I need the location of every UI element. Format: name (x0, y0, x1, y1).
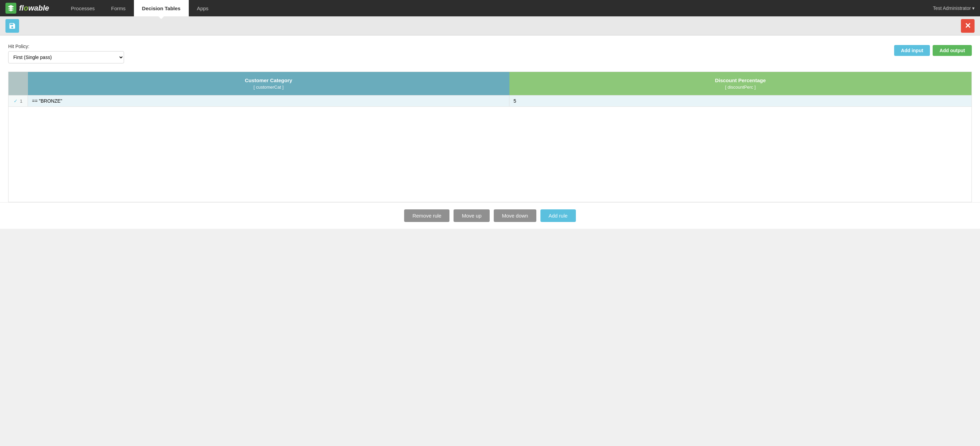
col-input-header[interactable]: Customer Category [ customerCat ] (28, 72, 509, 96)
cell-number-td: ✓ 1 (8, 96, 28, 107)
add-buttons: Add input Add output (894, 44, 972, 56)
move-down-button[interactable]: Move down (494, 209, 536, 222)
logo-icon (5, 3, 16, 14)
nav-decision-tables[interactable]: Decision Tables (134, 0, 189, 16)
decision-table-wrapper: Customer Category [ customerCat ] Discou… (8, 72, 972, 202)
toolbar-left (5, 19, 19, 33)
save-button[interactable] (5, 19, 19, 33)
cell-output-td[interactable] (509, 96, 972, 107)
col-number-header (8, 72, 28, 96)
bottom-bar: Remove rule Move up Move down Add rule (0, 202, 980, 229)
toolbar-right: ✕ (961, 19, 975, 33)
logo: flowable (5, 3, 49, 14)
nav-forms[interactable]: Forms (103, 0, 134, 16)
col-output-subtitle: [ discountPerc ] (514, 84, 968, 90)
toolbar: ✕ (0, 16, 980, 35)
add-output-button[interactable]: Add output (932, 45, 972, 56)
cell-input-field[interactable] (28, 96, 509, 107)
add-input-button[interactable]: Add input (894, 45, 930, 56)
table-row[interactable]: ✓ 1 (8, 96, 972, 107)
close-button[interactable]: ✕ (961, 19, 975, 33)
col-output-header[interactable]: Discount Percentage [ discountPerc ] (509, 72, 972, 96)
navbar: flowable Processes Forms Decision Tables… (0, 0, 980, 16)
table-empty-area (8, 107, 972, 202)
logo-text: flowable (19, 4, 49, 13)
table-header-row: Customer Category [ customerCat ] Discou… (8, 72, 972, 96)
col-input-subtitle: [ customerCat ] (32, 84, 505, 90)
nav-links: Processes Forms Decision Tables Apps (63, 0, 933, 16)
move-up-button[interactable]: Move up (453, 209, 490, 222)
nav-apps[interactable]: Apps (189, 0, 217, 16)
col-input-title: Customer Category (32, 77, 505, 83)
table-body: ✓ 1 (8, 96, 972, 107)
hit-policy-label: Hit Policy: (8, 44, 124, 49)
cell-output-field[interactable] (509, 96, 972, 107)
cell-number: ✓ 1 (8, 96, 28, 107)
remove-rule-button[interactable]: Remove rule (404, 209, 449, 222)
row-number: 1 (20, 99, 22, 104)
nav-processes[interactable]: Processes (63, 0, 103, 16)
user-menu[interactable]: Test Administrator ▾ (933, 5, 975, 11)
main-content: Hit Policy: First (Single pass) Any Uniq… (0, 35, 980, 202)
hit-policy-select[interactable]: First (Single pass) Any Unique Output Or… (8, 51, 124, 64)
add-rule-button[interactable]: Add rule (541, 209, 576, 222)
hit-policy-section: Hit Policy: First (Single pass) Any Uniq… (8, 44, 124, 64)
check-icon: ✓ (14, 98, 18, 104)
decision-table: Customer Category [ customerCat ] Discou… (8, 72, 972, 107)
hit-policy-row: Hit Policy: First (Single pass) Any Uniq… (8, 44, 972, 64)
col-output-title: Discount Percentage (514, 77, 968, 83)
cell-input-td[interactable] (28, 96, 509, 107)
